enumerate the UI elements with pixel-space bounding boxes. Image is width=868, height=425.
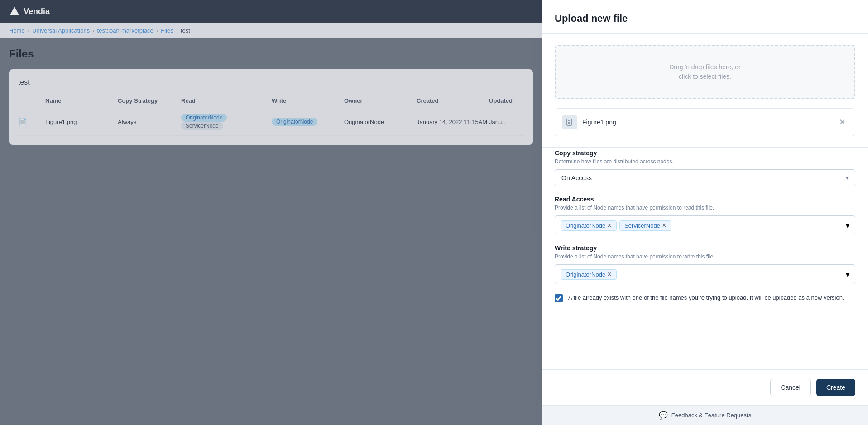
table-row[interactable]: 📄 Figure1.png Always OriginatorNode Serv… xyxy=(18,108,524,136)
copy-strategy-select[interactable]: On Access ▾ xyxy=(555,169,855,186)
row-file-icon: 📄 xyxy=(18,118,45,126)
panel-title: Upload new file xyxy=(555,13,855,24)
breadcrumb-sep-2: › xyxy=(92,27,94,34)
row-copy-strategy: Always xyxy=(118,119,181,125)
read-tag-servicer-label: ServicerNode xyxy=(624,222,660,229)
read-tag-originator-remove[interactable]: ✕ xyxy=(607,222,612,229)
file-item: Figure1.png ✕ xyxy=(555,108,855,136)
read-access-chevron-icon: ▾ xyxy=(846,221,849,230)
col-owner: Owner xyxy=(344,97,417,104)
files-section: test Name Copy Strategy Read Write Owner… xyxy=(9,69,533,145)
copy-strategy-label: Copy strategy xyxy=(555,149,855,157)
overwrite-checkbox-section: A file already exists with one of the fi… xyxy=(555,293,855,302)
write-strategy-label: Write strategy xyxy=(555,244,855,252)
drop-zone-text: Drag 'n drop files here, orclick to sele… xyxy=(669,62,741,81)
read-access-label: Read Access xyxy=(555,196,855,203)
row-read: OriginatorNode ServicerNode xyxy=(181,114,272,130)
app-name: Vendia xyxy=(24,7,50,16)
col-name: Name xyxy=(45,97,118,104)
copy-strategy-value: On Access xyxy=(561,174,592,181)
feedback-label: Feedback & Feature Requests xyxy=(671,412,751,419)
feedback-icon: 💬 xyxy=(659,411,668,420)
read-tag-originator-label: OriginatorNode xyxy=(566,222,605,229)
write-tag-originator-remove[interactable]: ✕ xyxy=(607,271,612,277)
top-nav: Vendia xyxy=(0,0,542,23)
breadcrumb-files[interactable]: Files xyxy=(161,27,173,34)
read-access-tags: OriginatorNode ✕ ServicerNode ✕ xyxy=(561,220,846,231)
breadcrumb-node[interactable]: test:loan-marketplace xyxy=(97,27,153,34)
table-header: Name Copy Strategy Read Write Owner Crea… xyxy=(18,94,524,108)
drop-zone[interactable]: Drag 'n drop files here, orclick to sele… xyxy=(555,45,855,99)
write-strategy-tags: OriginatorNode ✕ xyxy=(561,269,846,280)
write-strategy-select[interactable]: OriginatorNode ✕ ▾ xyxy=(555,264,855,284)
col-updated: Updated xyxy=(489,97,524,104)
read-tag-servicer-remove[interactable]: ✕ xyxy=(662,222,667,229)
col-created: Created xyxy=(417,97,489,104)
breadcrumb-sep-3: › xyxy=(156,27,158,34)
row-created: January 14, 2022 11:15AM xyxy=(417,119,489,125)
row-name: Figure1.png xyxy=(45,119,118,125)
read-access-description: Provide a list of Node names that have p… xyxy=(555,205,855,211)
row-owner: OriginatorNode xyxy=(344,119,417,125)
write-tag-originator-label: OriginatorNode xyxy=(566,271,605,278)
write-strategy-section: Write strategy Provide a list of Node na… xyxy=(542,244,868,293)
file-item-icon xyxy=(562,115,577,129)
read-tag-originator[interactable]: OriginatorNode ✕ xyxy=(561,220,617,231)
read-tag-servicer[interactable]: ServicerNode ✕ xyxy=(619,220,671,231)
write-strategy-chevron-icon: ▾ xyxy=(846,270,849,279)
col-icon xyxy=(18,97,45,104)
breadcrumb-sep-1: › xyxy=(28,27,29,34)
breadcrumb: Home › Universal Applications › test:loa… xyxy=(0,23,542,38)
page-title: Files xyxy=(9,48,533,60)
col-read: Read xyxy=(181,97,272,104)
file-item-name: Figure1.png xyxy=(582,119,616,126)
col-write: Write xyxy=(272,97,344,104)
row-write: OriginatorNode xyxy=(272,118,344,126)
feedback-bar[interactable]: 💬 Feedback & Feature Requests xyxy=(542,405,868,425)
copy-strategy-section: Copy strategy Determine how files are di… xyxy=(542,149,868,196)
panel-footer: Cancel Create xyxy=(542,369,868,405)
file-item-left: Figure1.png xyxy=(562,115,616,129)
breadcrumb-universal-apps[interactable]: Universal Applications xyxy=(32,27,90,34)
divider-1 xyxy=(542,147,868,148)
overwrite-checkbox-label: A file already exists with one of the fi… xyxy=(568,293,844,302)
main-area: Vendia Home › Universal Applications › t… xyxy=(0,0,542,425)
write-tag-originator: OriginatorNode xyxy=(272,118,317,126)
col-copy-strategy: Copy Strategy xyxy=(118,97,181,104)
upload-panel: Upload new file Drag 'n drop files here,… xyxy=(542,0,868,425)
logo: Vendia xyxy=(9,6,50,17)
remove-file-button[interactable]: ✕ xyxy=(837,116,848,128)
cancel-button[interactable]: Cancel xyxy=(770,379,811,396)
panel-header: Upload new file xyxy=(542,0,868,34)
row-updated: Janu... xyxy=(489,119,524,125)
breadcrumb-sep-4: › xyxy=(176,27,178,34)
copy-strategy-chevron-icon: ▾ xyxy=(846,175,849,181)
breadcrumb-home[interactable]: Home xyxy=(9,27,25,34)
read-tag-servicer: ServicerNode xyxy=(181,122,223,130)
read-access-select[interactable]: OriginatorNode ✕ ServicerNode ✕ ▾ xyxy=(555,215,855,235)
svg-marker-0 xyxy=(10,7,19,15)
write-tag-originator[interactable]: OriginatorNode ✕ xyxy=(561,269,617,280)
read-tag-originator: OriginatorNode xyxy=(181,114,227,122)
overwrite-checkbox[interactable] xyxy=(555,294,563,302)
page-content: Files test Name Copy Strategy Read Write… xyxy=(0,38,542,425)
create-button[interactable]: Create xyxy=(816,379,855,396)
vendia-logo-icon xyxy=(9,6,20,17)
folder-name: test xyxy=(18,78,524,86)
read-access-section: Read Access Provide a list of Node names… xyxy=(542,196,868,244)
copy-strategy-description: Determine how files are distributed acro… xyxy=(555,158,855,165)
write-strategy-description: Provide a list of Node names that have p… xyxy=(555,253,855,260)
breadcrumb-folder: test xyxy=(181,27,190,34)
